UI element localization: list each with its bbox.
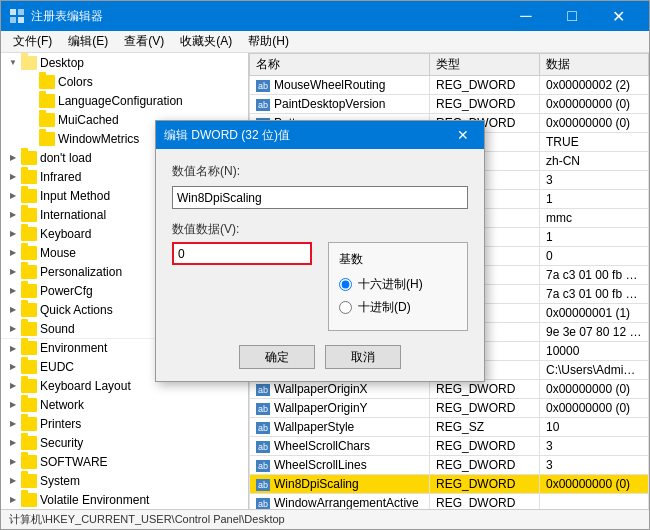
folder-icon (21, 455, 37, 469)
table-row[interactable]: abWin8DpiScalingREG_DWORD0x00000000 (0) (250, 475, 649, 494)
tree-label: Mouse (40, 246, 76, 260)
cell-data: 3 (540, 171, 649, 190)
table-row[interactable]: abMouseWheelRoutingREG_DWORD0x00000002 (… (250, 76, 649, 95)
table-row[interactable]: abWindowArrangementActiveREG_DWORD (250, 494, 649, 510)
status-bar: 计算机\HKEY_CURRENT_USER\Control Panel\Desk… (1, 509, 649, 529)
cell-data: 1 (540, 228, 649, 247)
window-title: 注册表编辑器 (31, 8, 503, 25)
tree-label: don't load (40, 151, 92, 165)
table-row[interactable]: abWallpaperOriginXREG_DWORD0x00000000 (0… (250, 380, 649, 399)
tree-item-languageconfig[interactable]: LanguageConfiguration (1, 91, 248, 110)
window-controls: ─ □ ✕ (503, 1, 641, 31)
menu-help[interactable]: 帮助(H) (240, 31, 297, 52)
minimize-button[interactable]: ─ (503, 1, 549, 31)
expand-arrow: ▶ (5, 359, 21, 375)
cell-data: 0x00000000 (0) (540, 114, 649, 133)
cell-data: 0x00000000 (0) (540, 399, 649, 418)
tree-label: International (40, 208, 106, 222)
tree-label: Printers (40, 417, 81, 431)
registry-icon: ab (256, 99, 270, 111)
expand-arrow: ▶ (5, 454, 21, 470)
menu-favorites[interactable]: 收藏夹(A) (172, 31, 240, 52)
expand-arrow: ▶ (5, 378, 21, 394)
value-input[interactable] (172, 242, 312, 265)
table-row[interactable]: abWheelScrollCharsREG_DWORD3 (250, 437, 649, 456)
expand-arrow: ▶ (5, 150, 21, 166)
cell-data: 10000 (540, 342, 649, 361)
cell-data: 9e 3e 07 80 12 00 0... (540, 323, 649, 342)
close-button[interactable]: ✕ (595, 1, 641, 31)
dword-edit-dialog: 编辑 DWORD (32 位)值 ✕ 数值名称(N): 数值数据(V): 基数 … (155, 120, 485, 382)
expand-arrow: ▶ (5, 188, 21, 204)
dialog-title-bar: 编辑 DWORD (32 位)值 ✕ (156, 121, 484, 149)
registry-icon: ab (256, 422, 270, 434)
tree-item-volatileenv[interactable]: ▶ Volatile Environment (1, 490, 248, 509)
tree-item-network[interactable]: ▶ Network (1, 395, 248, 414)
folder-icon (21, 398, 37, 412)
cell-data: 7a c3 01 00 fb 80 0... (540, 266, 649, 285)
menu-file[interactable]: 文件(F) (5, 31, 60, 52)
menu-edit[interactable]: 编辑(E) (60, 31, 116, 52)
tree-label: System (40, 474, 80, 488)
table-row[interactable]: abWheelScrollLinesREG_DWORD3 (250, 456, 649, 475)
radio-dec-input[interactable] (339, 301, 352, 314)
value-input-wrap (172, 242, 312, 331)
folder-icon (21, 170, 37, 184)
tree-label: Input Method (40, 189, 110, 203)
cell-name: abWallpaperStyle (250, 418, 430, 437)
tree-label: MuiCached (58, 113, 119, 127)
table-row[interactable]: abPaintDesktopVersionREG_DWORD0x00000000… (250, 95, 649, 114)
table-row[interactable]: abWallpaperOriginYREG_DWORD0x00000000 (0… (250, 399, 649, 418)
radio-hex-input[interactable] (339, 278, 352, 291)
dialog-title: 编辑 DWORD (32 位)值 (164, 127, 290, 144)
tree-item-system[interactable]: ▶ System (1, 471, 248, 490)
folder-icon (39, 132, 55, 146)
tree-label: Desktop (40, 56, 84, 70)
menu-bar: 文件(F) 编辑(E) 查看(V) 收藏夹(A) 帮助(H) (1, 31, 649, 53)
cell-data: mmc (540, 209, 649, 228)
tree-item-printers[interactable]: ▶ Printers (1, 414, 248, 433)
folder-icon (21, 56, 37, 70)
svg-rect-3 (18, 17, 24, 23)
name-input[interactable] (172, 186, 468, 209)
cell-type: REG_DWORD (430, 380, 540, 399)
cell-type: REG_DWORD (430, 494, 540, 510)
ok-button[interactable]: 确定 (239, 345, 315, 369)
tree-item-security[interactable]: ▶ Security (1, 433, 248, 452)
maximize-button[interactable]: □ (549, 1, 595, 31)
radio-dec[interactable]: 十进制(D) (339, 299, 457, 316)
tree-item-software[interactable]: ▶ SOFTWARE (1, 452, 248, 471)
expand-arrow: ▶ (5, 340, 21, 356)
cancel-button[interactable]: 取消 (325, 345, 401, 369)
folder-icon (21, 417, 37, 431)
base-group: 基数 十六进制(H) 十进制(D) (328, 242, 468, 331)
app-icon (9, 8, 25, 24)
folder-icon (21, 493, 37, 507)
expand-arrow: ▶ (5, 473, 21, 489)
tree-item-colors[interactable]: Colors (1, 72, 248, 91)
expand-arrow (23, 93, 39, 109)
registry-icon: ab (256, 384, 270, 396)
menu-view[interactable]: 查看(V) (116, 31, 172, 52)
title-bar: 注册表编辑器 ─ □ ✕ (1, 1, 649, 31)
tree-label: WindowMetrics (58, 132, 139, 146)
expand-arrow: ▶ (5, 302, 21, 318)
radio-hex[interactable]: 十六进制(H) (339, 276, 457, 293)
folder-icon (21, 189, 37, 203)
col-header-data: 数据 (540, 54, 649, 76)
cell-data: 0x00000000 (0) (540, 380, 649, 399)
tree-item-desktop[interactable]: ▼ Desktop (1, 53, 248, 72)
tree-label: Volatile Environment (40, 493, 149, 507)
dialog-close-button[interactable]: ✕ (450, 124, 476, 146)
expand-arrow: ▶ (5, 283, 21, 299)
cell-data: 3 (540, 437, 649, 456)
cell-data: 0x00000000 (0) (540, 475, 649, 494)
name-label: 数值名称(N): (172, 163, 468, 180)
expand-arrow (23, 131, 39, 147)
tree-label: Security (40, 436, 83, 450)
table-row[interactable]: abWallpaperStyleREG_SZ10 (250, 418, 649, 437)
expand-arrow (23, 74, 39, 90)
folder-icon (21, 360, 37, 374)
expand-arrow: ▶ (5, 435, 21, 451)
expand-arrow: ▶ (5, 207, 21, 223)
